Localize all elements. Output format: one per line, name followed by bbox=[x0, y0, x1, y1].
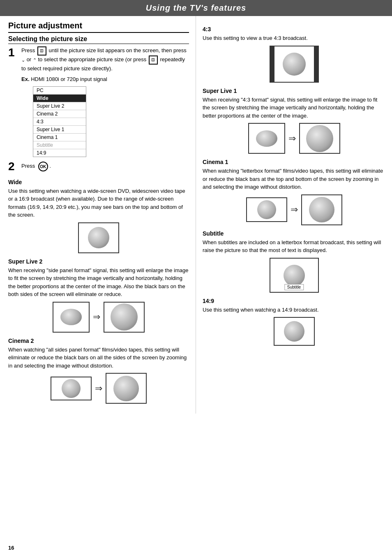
ratio149-screen bbox=[274, 317, 315, 346]
cinema2-description: When watching "all sides panel format" f… bbox=[8, 346, 189, 370]
subtitle-screen: Subtitle bbox=[270, 258, 319, 293]
menu-item-cinema1[interactable]: Cinema 1 bbox=[33, 134, 86, 141]
menu-item-149[interactable]: 14:9 bbox=[33, 149, 86, 157]
cinema1-sphere-after bbox=[309, 197, 334, 222]
step2-period: . bbox=[49, 163, 51, 169]
subtitle-description: When subtitles are included on a letterb… bbox=[203, 238, 385, 254]
picture-size-menu: PC Wide Super Live 2 Cinema 2 4:3 Super … bbox=[33, 86, 86, 157]
arrow-icon: ⇒ bbox=[93, 312, 100, 322]
header-title: Using the TV's features bbox=[146, 3, 246, 12]
cinema1-description: When watching "letterbox format" films/v… bbox=[203, 167, 385, 191]
subtitle-title: Subtitle bbox=[203, 230, 385, 237]
menu-item-superlive1[interactable]: Super Live 1 bbox=[33, 126, 86, 134]
example-label: Ex. bbox=[21, 76, 30, 82]
cinema1-title: Cinema 1 bbox=[203, 159, 385, 165]
ratio43-sphere bbox=[283, 53, 306, 76]
cinema2-screen-after bbox=[106, 373, 147, 404]
cinema1-demo: ⇒ bbox=[203, 194, 385, 225]
step-1-content: Press ◫ until the picture size list appe… bbox=[21, 46, 189, 83]
superlive2-screen-after bbox=[104, 302, 145, 333]
subtitle-demo: Subtitle bbox=[203, 258, 385, 293]
step1-text-select: to select the appropriate picture size (… bbox=[38, 56, 148, 62]
wide-demo bbox=[8, 222, 189, 253]
ratio149-demo bbox=[203, 317, 385, 346]
ratio43-description: Use this setting to view a true 4:3 broa… bbox=[203, 34, 385, 42]
ratio43-demo bbox=[203, 46, 385, 83]
ratio149-title: 14:9 bbox=[203, 298, 385, 304]
superlive1-demo: ⇒ bbox=[203, 123, 385, 154]
step-1-number: 1 bbox=[8, 46, 21, 59]
superlive1-title: Super Live 1 bbox=[203, 88, 385, 94]
cinema1-screen-before bbox=[246, 197, 287, 222]
wide-description: Use this setting when watching a wide-sc… bbox=[8, 187, 189, 219]
chevron-down-icon: ⌄ bbox=[21, 58, 25, 62]
superlive1-screen-before bbox=[248, 123, 285, 154]
superlive2-demo: ⇒ bbox=[8, 302, 189, 333]
right-column: 4:3 Use this setting to view a true 4:3 … bbox=[196, 16, 392, 414]
step-2-content: Press OK . bbox=[21, 162, 189, 171]
step2-press: Press bbox=[21, 163, 37, 169]
cinema1-arrow-icon: ⇒ bbox=[291, 204, 298, 215]
superlive1-sphere-after bbox=[306, 125, 333, 152]
example-text: HDMI 1080i or 720p input signal bbox=[31, 76, 107, 82]
cinema2-sphere-before bbox=[62, 379, 81, 398]
superlive1-description: When receiving "4:3 format" signal, this… bbox=[203, 96, 385, 120]
step-2-row: 2 Press OK . bbox=[8, 160, 189, 173]
step1-text-until: until the picture size list appears on t… bbox=[48, 47, 186, 53]
cinema2-demo: ⇒ bbox=[8, 373, 189, 404]
superlive2-screen-before bbox=[53, 302, 90, 333]
page-header: Using the TV's features bbox=[0, 0, 392, 16]
left-column: Picture adjustment Selecting the picture… bbox=[0, 16, 196, 414]
cinema2-arrow-icon: ⇒ bbox=[95, 383, 102, 394]
page-number: 16 bbox=[8, 545, 14, 551]
wide-screen-demo bbox=[78, 222, 119, 253]
ratio149-description: Use this setting when watching a 14:9 br… bbox=[203, 306, 385, 314]
section-title: Picture adjustment bbox=[8, 21, 189, 33]
subsection-title: Selecting the picture size bbox=[8, 35, 189, 44]
ok-button-icon[interactable]: OK bbox=[38, 162, 48, 171]
format-button-icon-2[interactable]: ◫ bbox=[149, 56, 158, 65]
ratio149-sphere bbox=[284, 321, 304, 342]
cinema1-screen-after bbox=[301, 194, 342, 225]
menu-item-wide[interactable]: Wide bbox=[33, 95, 86, 102]
subtitle-label: Subtitle bbox=[284, 284, 304, 290]
superlive2-title: Super Live 2 bbox=[8, 258, 189, 265]
menu-item-43[interactable]: 4:3 bbox=[33, 118, 86, 126]
example-row: Ex. HDMI 1080i or 720p input signal bbox=[21, 75, 189, 83]
menu-item-superlive2[interactable]: Super Live 2 bbox=[33, 102, 86, 110]
superlive1-screen-after bbox=[299, 123, 340, 154]
menu-item-subtitle[interactable]: Subtitle bbox=[33, 141, 86, 149]
subtitle-sphere bbox=[284, 265, 305, 286]
superlive2-sphere-before bbox=[60, 309, 82, 325]
step1-or: or bbox=[27, 56, 33, 62]
ratio43-screen bbox=[270, 46, 319, 83]
step1-text-press: Press bbox=[21, 47, 37, 53]
cinema2-sphere-after bbox=[113, 376, 139, 401]
cinema1-sphere-before bbox=[257, 200, 276, 219]
menu-item-cinema2[interactable]: Cinema 2 bbox=[33, 110, 86, 118]
menu-item-pc[interactable]: PC bbox=[33, 87, 86, 95]
cinema2-screen-before bbox=[51, 377, 92, 400]
wide-sphere bbox=[88, 227, 109, 248]
chevron-up-icon: ⌃ bbox=[33, 58, 37, 62]
step-2-number: 2 bbox=[8, 160, 21, 173]
superlive2-sphere-after bbox=[111, 303, 138, 331]
superlive1-sphere-before bbox=[256, 130, 277, 147]
wide-title: Wide bbox=[8, 179, 189, 185]
superlive2-description: When receiving "side panel format" signa… bbox=[8, 266, 189, 298]
ratio43-title: 4:3 bbox=[203, 26, 385, 32]
step-1-row: 1 Press ◫ until the picture size list ap… bbox=[8, 46, 189, 83]
cinema2-title: Cinema 2 bbox=[8, 338, 189, 344]
format-button-icon[interactable]: ◫ bbox=[37, 46, 46, 56]
superlive1-arrow-icon: ⇒ bbox=[288, 133, 296, 144]
